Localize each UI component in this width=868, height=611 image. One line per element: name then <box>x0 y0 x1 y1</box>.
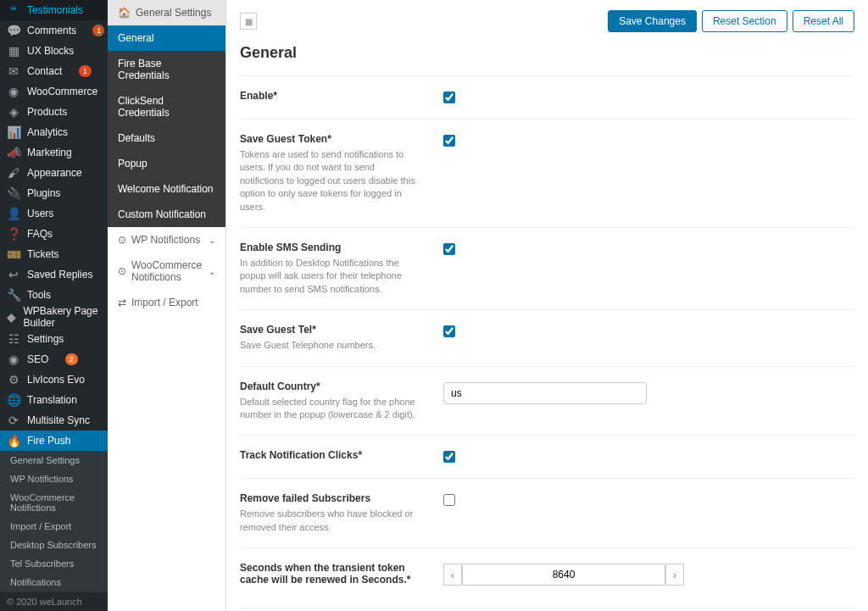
sub-general[interactable]: General Settings <box>0 451 108 469</box>
fire-icon: 🔥 <box>7 434 20 447</box>
menu-products[interactable]: ◈Products <box>0 102 108 122</box>
user-icon: 👤 <box>7 207 20 220</box>
analytics-icon: 📊 <box>7 125 20 139</box>
brush-icon: 🖌 <box>7 166 20 180</box>
import-icon: ⇄ <box>118 297 126 308</box>
transient-input[interactable] <box>462 564 665 586</box>
save-guest-token-checkbox[interactable] <box>443 135 455 147</box>
reply-icon: ↩ <box>7 268 20 281</box>
sub-wpnotif[interactable]: WP Notifictions <box>0 469 108 488</box>
menu-tickets[interactable]: 🎫Tickets <box>0 244 108 264</box>
chevron-down-icon: ⌄ <box>209 236 215 245</box>
enable-sms-label: Enable SMS Sending <box>240 242 418 253</box>
admin-sidebar: ❝Testimonials 💬Comments 1 ▦UX Blocks ✉Co… <box>0 0 108 611</box>
translate-icon: 🌐 <box>7 393 20 407</box>
comment-icon: 💬 <box>7 24 20 37</box>
ticket-icon: 🎫 <box>7 247 20 261</box>
enable-sms-desc: In addition to Desktop Notifications the… <box>240 257 418 296</box>
save-guest-tel-checkbox[interactable] <box>443 325 455 337</box>
menu-analytics[interactable]: 📊Analytics <box>0 122 108 142</box>
sub-desktop[interactable]: Desktop Subscribers <box>0 536 108 554</box>
save-guest-tel-desc: Save Guest Telephone numbers. <box>240 339 418 352</box>
home-icon: 🏠 <box>118 7 131 19</box>
field-default-country: Default Country* Default selected countr… <box>240 366 854 436</box>
enable-checkbox[interactable] <box>443 92 455 103</box>
menu-translation[interactable]: 🌐Translation <box>0 390 108 410</box>
sub-tel[interactable]: Tel Subscribers <box>0 554 108 573</box>
field-enable: Enable* <box>240 75 854 119</box>
save-changes-button[interactable]: Save Changes <box>608 10 697 32</box>
page-title: General <box>240 44 854 62</box>
menu-tools[interactable]: 🔧Tools <box>0 285 108 305</box>
field-remove-failed: Remove failed Subscribers Remove subscri… <box>240 478 854 547</box>
sync-icon: ⟳ <box>7 414 20 427</box>
gear-icon: ⚙ <box>7 373 20 386</box>
seo-badge: 2 <box>65 353 78 365</box>
spinner-down-button[interactable]: ‹ <box>443 564 462 586</box>
blocks-icon: ▦ <box>7 44 20 58</box>
wp-icon: ⊙ <box>118 234 126 246</box>
menu-appearance[interactable]: 🖌Appearance <box>0 163 108 183</box>
track-clicks-checkbox[interactable] <box>443 451 455 463</box>
footer-copyright: © 2020 weLaunch <box>0 592 108 611</box>
migration-actions: Migrate guest tokens Delete duplicate to… <box>240 608 854 611</box>
reset-section-button[interactable]: Reset Section <box>702 10 787 32</box>
remove-failed-desc: Remove subscribers who have blocked or r… <box>240 508 418 534</box>
settings-wpnotif[interactable]: ⊙WP Notifictions⌄ <box>108 227 225 253</box>
comments-badge: 1 <box>92 25 104 36</box>
default-country-desc: Default selected country flag for the ph… <box>240 396 418 422</box>
field-track-clicks: Track Notification Clicks* <box>240 435 854 478</box>
contact-badge: 1 <box>79 65 92 77</box>
menu-users[interactable]: 👤Users <box>0 203 108 224</box>
menu-multisite[interactable]: ⟳Multisite Sync <box>0 410 108 430</box>
menu-testimonials[interactable]: ❝Testimonials <box>0 0 108 20</box>
seo-icon: ◉ <box>7 353 20 366</box>
settings-general[interactable]: General <box>108 25 225 51</box>
transient-spinner: ‹ › <box>443 564 684 586</box>
menu-marketing[interactable]: 📣Marketing <box>0 142 108 163</box>
enable-sms-checkbox[interactable] <box>443 243 455 255</box>
enable-label: Enable* <box>240 90 418 102</box>
plug-icon: 🔌 <box>7 186 20 200</box>
reset-all-button[interactable]: Reset All <box>793 10 854 32</box>
menu-plugins[interactable]: 🔌Plugins <box>0 183 108 203</box>
menu-firepush[interactable]: 🔥Fire Push <box>0 430 108 451</box>
menu-uxblocks[interactable]: ▦UX Blocks <box>0 41 108 61</box>
default-country-label: Default Country* <box>240 380 418 392</box>
menu-livicons[interactable]: ⚙LivIcons Evo <box>0 369 108 390</box>
woo-icon: ◉ <box>7 85 20 98</box>
main-content: ▦ Save Changes Reset Section Reset All G… <box>226 0 868 611</box>
sub-notifications[interactable]: Notifications <box>0 573 108 592</box>
settings-clicksend[interactable]: ClickSend Credentials <box>108 88 225 125</box>
menu-savedreplies[interactable]: ↩Saved Replies <box>0 264 108 285</box>
menu-contact[interactable]: ✉Contact 1 <box>0 61 108 81</box>
track-clicks-label: Track Notification Clicks* <box>240 449 418 461</box>
spinner-up-button[interactable]: › <box>665 564 684 586</box>
remove-failed-checkbox[interactable] <box>443 494 455 506</box>
menu-settings[interactable]: ☷Settings <box>0 329 108 349</box>
menu-wpbakery[interactable]: ◆WPBakery Page Builder <box>0 305 108 329</box>
sub-woonotif[interactable]: WooCommerce Notifictions <box>0 488 108 517</box>
expand-icon[interactable]: ▦ <box>240 13 257 30</box>
settings-custom[interactable]: Custom Notification <box>108 202 225 227</box>
sub-importexport[interactable]: Import / Export <box>0 517 108 536</box>
marketing-icon: 📣 <box>7 146 20 159</box>
settings-woonotif[interactable]: ⊙WooCommerce Notifictions⌄ <box>108 253 225 290</box>
save-guest-token-desc: Tokens are used to send notifications to… <box>240 148 418 214</box>
menu-comments[interactable]: 💬Comments 1 <box>0 20 108 41</box>
settings-popup[interactable]: Popup <box>108 151 225 176</box>
settings-welcome[interactable]: Welcome Notification <box>108 176 225 202</box>
menu-faqs[interactable]: ❓FAQs <box>0 224 108 244</box>
transient-label: Seconds when the transient token cache w… <box>240 562 418 586</box>
mail-icon: ✉ <box>7 64 20 78</box>
chevron-down-icon: ⌄ <box>209 267 215 276</box>
settings-defaults[interactable]: Defaults <box>108 125 225 151</box>
settings-firebase[interactable]: Fire Base Credentials <box>108 51 225 88</box>
menu-woocommerce[interactable]: ◉WooCommerce <box>0 81 108 102</box>
default-country-input[interactable] <box>443 382 647 404</box>
settings-header: 🏠General Settings <box>108 0 225 25</box>
settings-importexport[interactable]: ⇄Import / Export <box>108 290 225 315</box>
menu-seo[interactable]: ◉SEO 2 <box>0 349 108 369</box>
wrench-icon: 🔧 <box>7 288 20 302</box>
remove-failed-label: Remove failed Subscribers <box>240 492 418 504</box>
